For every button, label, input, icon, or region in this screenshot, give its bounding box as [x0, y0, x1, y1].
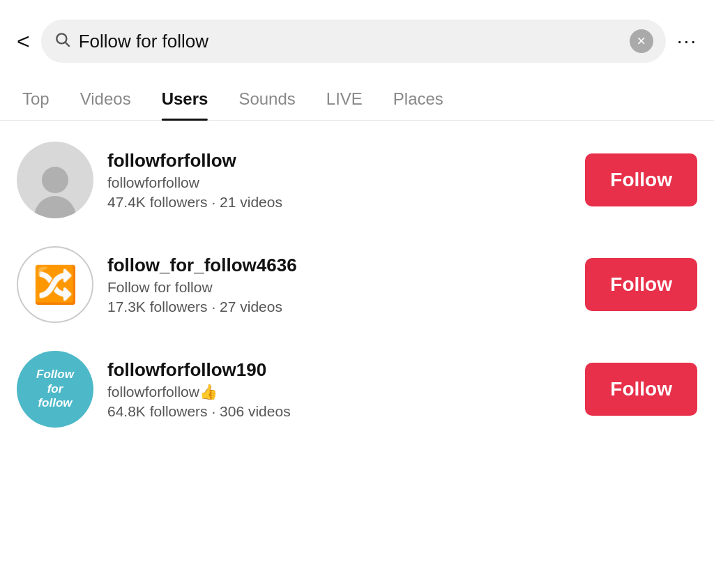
- search-bar[interactable]: [41, 20, 666, 63]
- tabs: Top Videos Users Sounds LIVE Places: [0, 77, 714, 121]
- tab-sounds[interactable]: Sounds: [223, 77, 310, 120]
- user-info: followforfollow followforfollow 47.4K fo…: [107, 150, 571, 211]
- clear-button[interactable]: [630, 29, 653, 53]
- follow-button[interactable]: Follow: [585, 363, 697, 416]
- search-input[interactable]: [79, 31, 623, 52]
- user-info: followforfollow190 followforfollow👍 64.8…: [107, 359, 571, 420]
- follow-button[interactable]: Follow: [585, 153, 697, 206]
- avatar: Followforfollow: [17, 351, 93, 428]
- display-name: followforfollow: [107, 174, 571, 191]
- tab-users[interactable]: Users: [146, 77, 224, 120]
- more-button[interactable]: ···: [677, 30, 697, 52]
- avatar: [17, 142, 93, 218]
- svg-point-0: [56, 33, 66, 43]
- follow-button[interactable]: Follow: [585, 258, 697, 311]
- stats: 17.3K followers · 27 videos: [107, 299, 571, 315]
- back-button[interactable]: <: [17, 30, 30, 52]
- search-icon: [54, 31, 72, 52]
- stats: 64.8K followers · 306 videos: [107, 403, 571, 420]
- user-list: followforfollow followforfollow 47.4K fo…: [0, 121, 714, 448]
- avatar-text: Followforfollow: [33, 365, 77, 413]
- user-arrows-icon: 🔀: [33, 266, 78, 303]
- display-name: Follow for follow: [107, 279, 571, 296]
- avatar: 🔀: [17, 246, 93, 323]
- tab-top[interactable]: Top: [7, 77, 65, 120]
- username: followforfollow190: [107, 359, 571, 381]
- list-item: 🔀 follow_for_follow4636 Follow for follo…: [0, 232, 714, 337]
- tab-live[interactable]: LIVE: [311, 77, 378, 120]
- stats: 47.4K followers · 21 videos: [107, 194, 571, 211]
- tab-places[interactable]: Places: [378, 77, 459, 120]
- display-name: followforfollow👍: [107, 384, 571, 400]
- list-item: Followforfollow followforfollow190 follo…: [0, 337, 714, 442]
- tab-videos[interactable]: Videos: [65, 77, 146, 120]
- username: follow_for_follow4636: [107, 255, 571, 276]
- user-info: follow_for_follow4636 Follow for follow …: [107, 255, 571, 315]
- svg-line-1: [65, 43, 69, 47]
- list-item: followforfollow followforfollow 47.4K fo…: [0, 128, 714, 232]
- username: followforfollow: [107, 150, 571, 172]
- header: < ···: [0, 0, 714, 77]
